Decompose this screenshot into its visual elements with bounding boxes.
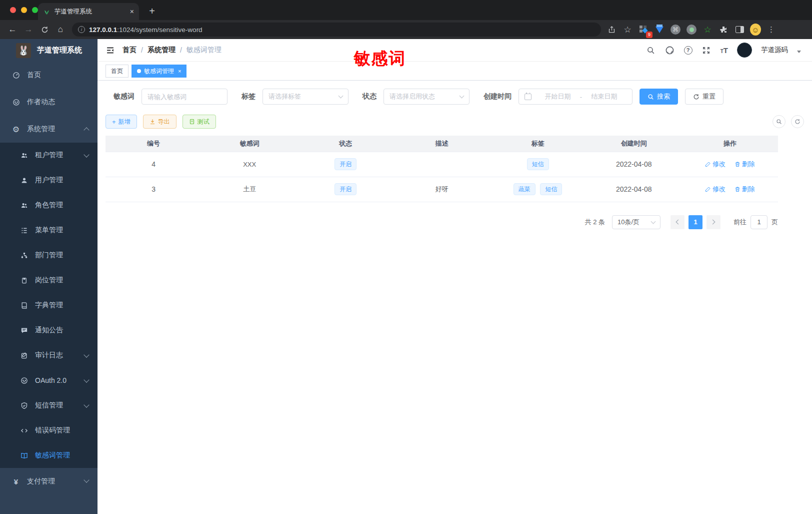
- extension-gem-icon[interactable]: [654, 24, 665, 35]
- status-select[interactable]: 请选择启用状态: [384, 89, 470, 105]
- extension-grid-icon[interactable]: 9: [638, 24, 649, 35]
- tree-list-icon: [20, 226, 28, 234]
- extension-badge: 9: [646, 32, 652, 38]
- app-title: 芋道管理系统: [37, 46, 82, 55]
- table-header-row: 编号 敏感词 状态 描述 标签 创建时间 操作: [106, 136, 778, 152]
- extension-star-icon[interactable]: ☆: [702, 24, 713, 35]
- search-button[interactable]: 搜索: [640, 89, 678, 105]
- tag-tab-home[interactable]: 首页: [106, 65, 128, 78]
- breadcrumb-system[interactable]: 系统管理: [148, 46, 176, 55]
- delete-link-label: 删除: [742, 185, 755, 194]
- help-icon[interactable]: ?: [684, 46, 692, 55]
- fullscreen-icon[interactable]: [702, 45, 712, 55]
- delete-link[interactable]: 删除: [734, 160, 755, 169]
- home-icon[interactable]: ⌂: [53, 22, 68, 37]
- window-close-button[interactable]: [10, 7, 16, 13]
- profile-avatar[interactable]: ☺: [750, 24, 761, 35]
- sidebar-item-sensitive-word[interactable]: 敏感词管理: [0, 443, 98, 468]
- trash-icon: [734, 186, 740, 192]
- sidebar-item-home[interactable]: 首页: [0, 62, 98, 89]
- test-button[interactable]: 测试: [182, 115, 216, 129]
- page-size-value: 10条/页: [618, 218, 640, 227]
- window-zoom-button[interactable]: [32, 7, 38, 13]
- breadcrumb-current: 敏感词管理: [186, 46, 222, 55]
- show-search-icon-button[interactable]: [772, 115, 786, 128]
- browser-tab[interactable]: 芋道管理系统 ×: [38, 3, 139, 20]
- site-info-icon[interactable]: i: [78, 26, 85, 33]
- sidebar-item-author-news[interactable]: 作者动态: [0, 89, 98, 116]
- sidebar-item-sms[interactable]: 短信管理: [0, 393, 98, 418]
- add-button-label: 新增: [118, 118, 130, 126]
- side-panel-icon[interactable]: [734, 24, 745, 35]
- bookmark-star-icon[interactable]: ☆: [622, 24, 633, 35]
- dashboard-icon: [12, 71, 20, 79]
- sidebar-collapse-icon[interactable]: [98, 39, 122, 62]
- sidebar-item-label: 短信管理: [35, 401, 63, 410]
- prev-page-button[interactable]: [670, 215, 684, 229]
- chevron-down-icon: [84, 402, 89, 407]
- sidebar-item-dept[interactable]: 部门管理: [0, 243, 98, 268]
- next-page-button[interactable]: [706, 215, 720, 229]
- sidebar-item-payment[interactable]: ¥ 支付管理: [0, 468, 98, 495]
- tab-close-icon[interactable]: ×: [130, 8, 134, 16]
- reset-button[interactable]: 重置: [685, 89, 724, 105]
- extension-command-icon[interactable]: ⌘: [670, 24, 681, 35]
- keyword-input-field[interactable]: [148, 93, 222, 101]
- page-size-select[interactable]: 10条/页: [612, 215, 660, 229]
- reload-icon[interactable]: [37, 22, 52, 37]
- sidebar-item-tenant[interactable]: 租户管理: [0, 143, 98, 168]
- chevron-down-icon: [84, 152, 89, 157]
- download-icon: [150, 119, 156, 125]
- edit-link[interactable]: 修改: [705, 185, 726, 194]
- sidebar-item-label: 通知公告: [35, 326, 63, 335]
- sidebar-item-notice[interactable]: 通知公告: [0, 318, 98, 343]
- sidebar-item-label: 审计日志: [35, 351, 63, 360]
- tag-select[interactable]: 请选择标签: [262, 89, 348, 105]
- browser-menu-icon[interactable]: ⋮: [766, 24, 777, 35]
- extensions-puzzle-icon[interactable]: [718, 24, 729, 35]
- new-tab-button[interactable]: +: [145, 4, 159, 18]
- tag-tab-sensitive-word[interactable]: 敏感词管理 ×: [132, 65, 186, 78]
- sidebar-item-error-code[interactable]: 错误码管理: [0, 418, 98, 443]
- extension-recorder-icon[interactable]: [686, 24, 697, 35]
- user-menu-caret-icon[interactable]: [797, 51, 801, 53]
- sidebar-item-role[interactable]: 角色管理: [0, 193, 98, 218]
- keyword-input[interactable]: [142, 89, 228, 105]
- date-range-picker[interactable]: 开始日期 - 结束日期: [518, 89, 632, 105]
- user-name[interactable]: 芋道源码: [761, 46, 788, 55]
- share-icon[interactable]: [606, 24, 617, 35]
- github-icon[interactable]: [665, 45, 675, 55]
- sidebar-item-dict[interactable]: 字典管理: [0, 293, 98, 318]
- cell-id: 4: [106, 152, 202, 177]
- forward-icon[interactable]: →: [21, 22, 36, 37]
- edit-link[interactable]: 修改: [705, 160, 726, 169]
- filter-form: 敏感词 标签 请选择标签 状态 请选择启用状态 创建时间 开始日期 - 结束日期: [106, 89, 804, 105]
- page-number-button[interactable]: 1: [688, 215, 702, 229]
- sidebar-item-menu[interactable]: 菜单管理: [0, 218, 98, 243]
- add-button[interactable]: + 新增: [106, 115, 137, 129]
- export-button[interactable]: 导出: [143, 115, 176, 129]
- sidebar-item-label: 错误码管理: [35, 426, 70, 435]
- top-navbar: 首页 / 系统管理 / 敏感词管理 ? TT 芋道源码: [98, 39, 812, 62]
- sidebar-item-label: 菜单管理: [35, 226, 63, 235]
- sidebar-item-system[interactable]: ⚙ 系统管理: [0, 116, 98, 143]
- cell-id: 3: [106, 177, 202, 202]
- delete-link[interactable]: 删除: [734, 185, 755, 194]
- font-size-icon[interactable]: TT: [720, 46, 728, 55]
- window-minimize-button[interactable]: [21, 7, 27, 13]
- breadcrumb-home[interactable]: 首页: [122, 46, 136, 55]
- sidebar-item-user[interactable]: 用户管理: [0, 168, 98, 193]
- users-icon: [20, 201, 28, 209]
- sidebar-item-audit-log[interactable]: 审计日志: [0, 343, 98, 368]
- sidebar-logo[interactable]: 🐰 芋道管理系统: [0, 39, 98, 62]
- sidebar-item-oauth[interactable]: OAuth 2.0: [0, 368, 98, 393]
- user-avatar[interactable]: [737, 43, 752, 58]
- tab-close-icon[interactable]: ×: [178, 68, 181, 74]
- header-search-icon[interactable]: [646, 45, 656, 55]
- goto-page-input[interactable]: [750, 215, 768, 229]
- address-bar[interactable]: i 127.0.0.1:1024/system/sensitive-word: [72, 23, 601, 37]
- back-icon[interactable]: ←: [5, 22, 20, 37]
- sidebar-item-post[interactable]: 岗位管理: [0, 268, 98, 293]
- refresh-table-button[interactable]: [791, 115, 804, 128]
- pencil-icon: [705, 161, 711, 167]
